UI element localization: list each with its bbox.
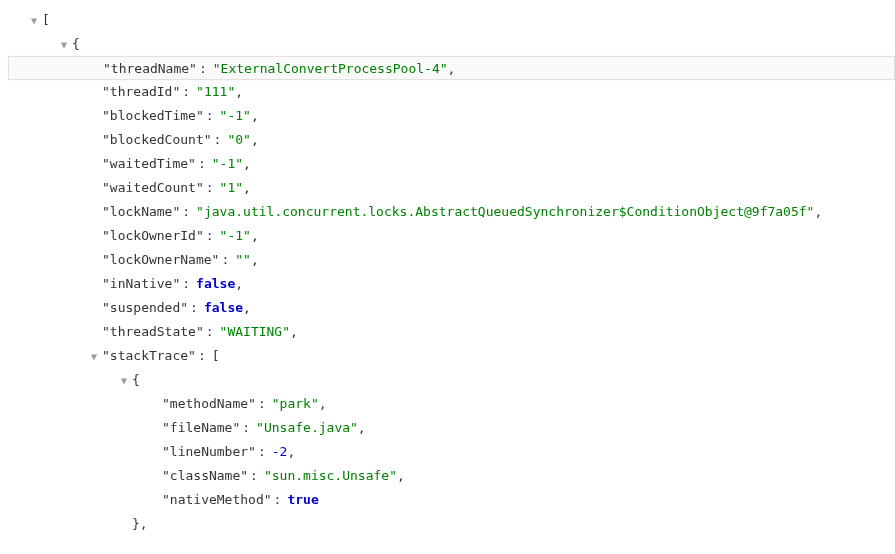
json-value: false <box>196 276 235 291</box>
json-field: "lockOwnerId":"-1", <box>8 224 895 248</box>
json-key: "lockOwnerName" <box>102 252 219 267</box>
json-value: "-1" <box>212 156 243 171</box>
json-value: "ExternalConvertProcessPool-4" <box>213 61 448 76</box>
json-key: "threadId" <box>102 84 180 99</box>
json-key: "lineNumber" <box>162 444 256 459</box>
json-key: "nativeMethod" <box>162 492 272 507</box>
json-value: "111" <box>196 84 235 99</box>
expand-toggle[interactable]: ▼ <box>88 345 100 369</box>
stacktrace-open[interactable]: ▼"stackTrace":[ <box>8 344 895 368</box>
json-key: "waitedCount" <box>102 180 204 195</box>
json-field: "waitedTime":"-1", <box>8 152 895 176</box>
json-field: "threadState":"WAITING", <box>8 320 895 344</box>
expand-toggle[interactable]: ▼ <box>118 369 130 393</box>
expand-toggle[interactable]: ▼ <box>58 33 70 57</box>
bracket-open: [ <box>42 12 50 27</box>
json-key: "stackTrace" <box>102 348 196 363</box>
json-value: true <box>287 492 318 507</box>
json-key: "inNative" <box>102 276 180 291</box>
json-key: "threadState" <box>102 324 204 339</box>
json-field: "methodName":"park", <box>8 392 895 416</box>
stack-item-close: }, <box>8 512 895 536</box>
json-field: "waitedCount":"1", <box>8 176 895 200</box>
json-value: "park" <box>272 396 319 411</box>
brace-open: { <box>72 36 80 51</box>
json-key: "threadName" <box>103 61 197 76</box>
json-field: "inNative":false, <box>8 272 895 296</box>
json-tree-viewer: ▼[▼{"threadName":"ExternalConvertProcess… <box>8 8 895 536</box>
brace-close: }, <box>132 516 148 531</box>
json-value: "sun.misc.Unsafe" <box>264 468 397 483</box>
expand-toggle[interactable]: ▼ <box>28 9 40 33</box>
json-field: "fileName":"Unsafe.java", <box>8 416 895 440</box>
json-field: "threadId":"111", <box>8 80 895 104</box>
json-value: "java.util.concurrent.locks.AbstractQueu… <box>196 204 814 219</box>
json-key: "waitedTime" <box>102 156 196 171</box>
json-field: "className":"sun.misc.Unsafe", <box>8 464 895 488</box>
json-key: "lockName" <box>102 204 180 219</box>
json-value: "0" <box>227 132 250 147</box>
json-value: -2 <box>272 444 288 459</box>
json-value: "WAITING" <box>220 324 290 339</box>
json-field: "lineNumber":-2, <box>8 440 895 464</box>
json-value: "-1" <box>220 108 251 123</box>
json-key: "fileName" <box>162 420 240 435</box>
json-field: "blockedCount":"0", <box>8 128 895 152</box>
bracket-open: [ <box>212 348 220 363</box>
json-key: "lockOwnerId" <box>102 228 204 243</box>
json-field: "blockedTime":"-1", <box>8 104 895 128</box>
json-field: "suspended":false, <box>8 296 895 320</box>
json-value: "" <box>235 252 251 267</box>
json-field: "nativeMethod":true <box>8 488 895 512</box>
stack-item-open[interactable]: ▼{ <box>8 368 895 392</box>
json-field: "threadName":"ExternalConvertProcessPool… <box>8 56 895 80</box>
json-value: "Unsafe.java" <box>256 420 358 435</box>
root-array-open[interactable]: ▼[ <box>8 8 895 32</box>
json-key: "suspended" <box>102 300 188 315</box>
json-field: "lockName":"java.util.concurrent.locks.A… <box>8 200 895 224</box>
json-key: "blockedCount" <box>102 132 212 147</box>
brace-open: { <box>132 372 140 387</box>
json-key: "methodName" <box>162 396 256 411</box>
json-value: false <box>204 300 243 315</box>
json-key: "className" <box>162 468 248 483</box>
object-open[interactable]: ▼{ <box>8 32 895 56</box>
json-value: "-1" <box>220 228 251 243</box>
json-value: "1" <box>220 180 243 195</box>
json-key: "blockedTime" <box>102 108 204 123</box>
json-field: "lockOwnerName":"", <box>8 248 895 272</box>
